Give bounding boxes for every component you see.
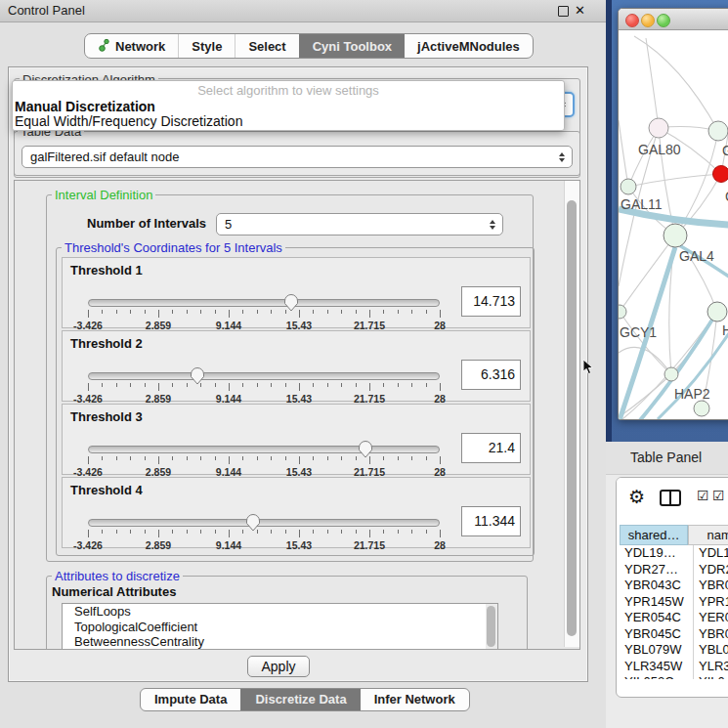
column-header-shared-name[interactable]: shared… — [620, 525, 688, 545]
slider-thumb[interactable] — [245, 513, 261, 532]
interval-definition-title: Interval Definition — [52, 188, 155, 202]
list-scrollbar[interactable] — [486, 604, 497, 650]
close-traffic-light-icon[interactable] — [625, 14, 639, 27]
attribute-item[interactable]: TopologicalCoefficient — [63, 620, 497, 635]
table-panel-title: Table Panel — [630, 442, 702, 474]
panel-title: Control Panel — [8, 0, 85, 21]
table-row[interactable]: YBR045CYBR0 — [617, 626, 728, 643]
settings-vertical-scrollbar[interactable] — [564, 181, 579, 647]
slider-track[interactable] — [88, 299, 440, 307]
tab-infer-network[interactable]: Infer Network — [361, 689, 469, 710]
threshold-2-panel: Threshold 2 -3.4262.8599.14415.4321.7152… — [62, 330, 531, 402]
selected-red-node[interactable] — [713, 166, 728, 183]
algorithm-dropdown-popup: Select algorithm to view settings Manual… — [12, 80, 565, 131]
slider-thumb[interactable] — [358, 440, 373, 458]
tab-label: Cyni Toolbox — [313, 39, 392, 54]
hap2-node[interactable] — [664, 367, 678, 381]
threshold-3-slider[interactable]: -3.4262.8599.14415.4321.71528 — [88, 440, 440, 473]
number-of-intervals-value: 5 — [225, 214, 232, 235]
network-canvas[interactable]: GAL80GACGAL11GAL4GCY1HHAP2 — [619, 30, 728, 419]
checkbox-icon[interactable]: ☑ — [697, 488, 709, 503]
numerical-attributes-list[interactable]: SelfLoopsTopologicalCoefficientBetweenne… — [62, 603, 498, 650]
gear-icon[interactable]: ⚙ — [628, 486, 645, 508]
threshold-3-label: Threshold 3 — [70, 409, 143, 424]
right-mid-node[interactable] — [707, 302, 727, 321]
threshold-1-slider[interactable]: -3.4262.8599.14415.4321.71528 — [88, 293, 440, 326]
threshold-2-slider[interactable]: -3.4262.8599.14415.4321.71528 — [88, 366, 440, 400]
tab-jactivemnodules[interactable]: jActiveMNodules — [405, 34, 533, 58]
network-window-titlebar[interactable] — [619, 9, 728, 30]
network-edge — [619, 120, 628, 187]
table-rows: YDL19…YDL1YDR27…YDR2YBR043CYBR0YPR145WYP… — [617, 545, 728, 679]
table-row[interactable]: YBL079WYBL0 — [617, 642, 728, 659]
checkbox-icon[interactable]: ☑ — [712, 488, 725, 503]
threshold-4-value-field[interactable]: 11.344 — [461, 506, 521, 536]
gcy1-node[interactable] — [619, 305, 626, 319]
top-right-node[interactable] — [708, 121, 728, 141]
slider-track[interactable] — [88, 446, 440, 453]
attributes-group-title: Attributes to discretize — [52, 569, 183, 583]
dropdown-option-manual-discretization[interactable]: Manual Discretization — [15, 99, 155, 114]
threshold-1-label: Threshold 1 — [70, 263, 143, 278]
combo-arrows-icon — [490, 220, 495, 230]
number-of-intervals-label: Number of Intervals — [87, 216, 206, 231]
zoom-traffic-light-icon[interactable] — [657, 14, 670, 27]
gal4-node[interactable] — [664, 224, 687, 247]
tab-impute-data[interactable]: Impute Data — [141, 689, 240, 710]
table-row[interactable]: YDR27…YDR2 — [617, 562, 728, 578]
node-label: GCY1 — [620, 324, 657, 340]
slider-track[interactable] — [88, 519, 440, 527]
table-data-combobox[interactable]: galFiltered.sif default node — [21, 146, 573, 168]
dropdown-hint-option[interactable]: Select algorithm to view settings — [13, 83, 564, 98]
number-of-intervals-combobox[interactable]: 5 — [216, 213, 503, 236]
table-panel-body: ⚙ ☑ ☑ shared… name YDL19…YDL1YDR27…YDR2Y… — [606, 475, 728, 728]
slider-track[interactable] — [88, 372, 440, 380]
column-header-name[interactable]: name — [688, 525, 728, 545]
numerical-attributes-label: Numerical Attributes — [52, 584, 176, 599]
settings-scrollpane: Interval Definition Number of Intervals … — [14, 180, 580, 650]
table-row[interactable]: YLR345WYLR3 — [617, 659, 728, 675]
minimize-traffic-light-icon[interactable] — [641, 14, 655, 27]
tab-style[interactable]: Style — [178, 34, 235, 58]
tab-label: jActiveMNodules — [417, 39, 520, 54]
threshold-1-value-field[interactable]: 14.713 — [461, 286, 521, 317]
scrollbar-thumb[interactable] — [567, 200, 577, 636]
table-row[interactable]: YER054CYER0 — [617, 610, 728, 626]
table-data-selected-value: galFiltered.sif default node — [30, 147, 179, 167]
tab-cyni-toolbox[interactable]: Cyni Toolbox — [299, 34, 405, 58]
tab-network[interactable]: Network — [85, 34, 178, 58]
threshold-3-value-field[interactable]: 21.4 — [461, 433, 521, 463]
tab-select[interactable]: Select — [235, 34, 298, 58]
attribute-item[interactable]: BetweennessCentrality — [63, 634, 497, 650]
slider-thumb[interactable] — [190, 366, 205, 385]
tab-discretize-data[interactable]: Discretize Data — [240, 689, 360, 710]
threshold-2-label: Threshold 2 — [70, 336, 143, 351]
table-row[interactable]: YDL19…YDL1 — [617, 545, 728, 562]
thresholds-group-title: Threshold's Coordinates for 5 Intervals — [62, 240, 285, 255]
threshold-4-slider[interactable]: -3.4262.8599.14415.4321.71528 — [88, 513, 440, 546]
network-icon — [98, 38, 110, 55]
table-row[interactable]: YIL052CYIL0 — [617, 674, 728, 679]
slider-thumb[interactable] — [283, 293, 299, 312]
attribute-item[interactable]: SelfLoops — [63, 604, 497, 620]
top-tab-bar: Network Style Select Cyni Toolbox jActiv… — [84, 33, 534, 59]
bottom-node[interactable] — [694, 401, 709, 416]
table-panel-header: Table Panel — [606, 442, 728, 475]
network-edge — [634, 36, 718, 131]
table-row[interactable]: YPR145WYPR1 — [617, 594, 728, 611]
threshold-2-value-field[interactable]: 6.316 — [461, 360, 521, 390]
float-window-icon[interactable] — [558, 6, 569, 17]
node-label: GA — [722, 143, 728, 158]
columns-icon[interactable] — [660, 490, 681, 506]
gal11-node[interactable] — [621, 179, 636, 194]
table-row[interactable]: YBR043CYBR0 — [617, 578, 728, 594]
apply-button[interactable]: Apply — [247, 656, 310, 677]
slider-ticks — [88, 383, 440, 392]
tab-label: Network — [115, 39, 165, 54]
dropdown-option-equal-width[interactable]: Equal Width/Frequency Discretization — [15, 113, 242, 129]
control-panel: Control Panel ✕ Network Style Select Cyn… — [0, 0, 606, 728]
slider-ticks — [88, 456, 440, 465]
network-edge — [619, 347, 671, 374]
gal80-neighbor-node[interactable] — [649, 118, 668, 138]
close-icon[interactable]: ✕ — [575, 3, 585, 18]
